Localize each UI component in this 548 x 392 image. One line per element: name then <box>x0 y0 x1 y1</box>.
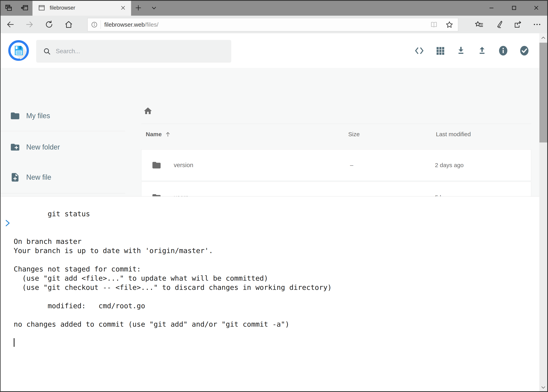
terminal-command-line: git status <box>14 200 539 228</box>
terminal-output-line: On branch master <box>14 237 539 246</box>
terminal-output-line: Your branch is up to date with 'origin/m… <box>14 246 539 255</box>
file-row-version[interactable]: version – 2 days ago <box>141 149 531 181</box>
terminal-output-line: no changes added to commit (use "git add… <box>14 320 539 329</box>
url-field[interactable]: filebrowser.web/files/ <box>87 18 458 31</box>
sort-ascending-icon <box>165 131 171 138</box>
folder-icon <box>10 111 20 121</box>
tab-bar: filebrowser <box>0 0 548 16</box>
sidebar-item-label: New folder <box>26 143 60 151</box>
ellipsis-icon <box>533 20 541 29</box>
terminal-output-line <box>14 255 539 264</box>
set-tabs-aside-button[interactable] <box>18 0 31 16</box>
set-tabs-aside-icon <box>20 4 29 12</box>
back-button[interactable] <box>3 16 18 33</box>
sidebar-item-my-files[interactable]: My files <box>0 105 126 127</box>
terminal-output-line: (use "git add <file>..." to update what … <box>14 273 539 283</box>
upload-button[interactable] <box>472 33 492 68</box>
listing-header: Name Size Last modified <box>141 131 531 143</box>
sidebar-item-new-file[interactable]: New file <box>0 167 126 188</box>
terminal-output-line <box>14 310 539 320</box>
grid-view-button[interactable] <box>431 33 450 68</box>
close-tab-icon[interactable] <box>120 5 126 11</box>
terminal-command: git status <box>48 210 90 218</box>
column-header-size[interactable]: Size <box>348 131 360 138</box>
share-button[interactable] <box>510 16 525 33</box>
info-button[interactable] <box>493 33 513 68</box>
hub-star-list-icon <box>475 20 484 29</box>
prompt-chevron-icon <box>5 201 48 245</box>
reading-view-icon <box>430 21 438 29</box>
tab-preview-button[interactable] <box>2 0 15 16</box>
search-input[interactable] <box>55 48 231 55</box>
file-size: – <box>350 162 353 168</box>
sidebar-divider <box>0 131 125 131</box>
more-options-button[interactable] <box>529 16 545 33</box>
info-icon <box>498 45 508 56</box>
sidebar-item-new-folder[interactable]: New folder <box>0 136 126 158</box>
terminal-output-line: (use "git checkout -- <file>..." to disc… <box>14 283 539 292</box>
app-header <box>0 33 539 68</box>
home-button[interactable] <box>61 16 76 33</box>
terminal-panel[interactable]: git status On branch master Your branch … <box>0 196 539 392</box>
maximize-button[interactable] <box>506 0 522 16</box>
new-file-icon <box>10 172 20 182</box>
grid-view-icon <box>435 46 445 56</box>
address-bar: filebrowser.web/files/ <box>0 16 548 34</box>
terminal-output-line: Changes not staged for commit: <box>14 264 539 273</box>
search-icon <box>43 47 51 55</box>
listing-divider <box>141 124 531 124</box>
url-host: filebrowser.web <box>104 21 145 28</box>
page-favicon-icon <box>38 4 45 12</box>
annotate-button[interactable] <box>491 16 506 33</box>
sidebar-item-label: New file <box>26 173 51 182</box>
select-multiple-button[interactable] <box>514 33 534 68</box>
scroll-down-button[interactable] <box>539 383 547 392</box>
code-view-icon <box>414 46 424 56</box>
chevron-up-icon <box>540 35 546 41</box>
file-name: version <box>174 162 193 169</box>
plus-icon <box>134 4 142 12</box>
chevron-down-icon <box>150 4 158 12</box>
scrollbar-thumb[interactable] <box>539 43 547 142</box>
raw-view-button[interactable] <box>409 33 429 68</box>
close-window-button[interactable] <box>528 0 544 16</box>
minimize-button[interactable] <box>484 0 499 16</box>
url-separator <box>101 20 101 29</box>
file-modified: 2 days ago <box>435 162 464 168</box>
column-header-name[interactable]: Name <box>146 131 171 138</box>
download-icon <box>456 46 466 56</box>
add-favorite-star-icon[interactable] <box>445 20 454 29</box>
sidebar-divider <box>0 193 125 193</box>
download-button[interactable] <box>451 33 471 68</box>
page-scrollbar[interactable] <box>539 33 547 392</box>
refresh-button[interactable] <box>42 16 57 33</box>
url-text: filebrowser.web/files/ <box>104 21 430 28</box>
upload-icon <box>477 46 487 56</box>
tab-preview-icon <box>4 4 13 12</box>
sidebar-item-label: My files <box>26 112 50 120</box>
column-header-modified[interactable]: Last modified <box>436 131 471 138</box>
terminal-output-line: modified: cmd/root.go <box>14 301 539 310</box>
search-box[interactable] <box>36 40 231 63</box>
favorites-hub-button[interactable] <box>472 16 487 33</box>
new-tab-button[interactable] <box>132 0 144 16</box>
filebrowser-logo[interactable] <box>8 40 29 61</box>
breadcrumb-home-icon[interactable] <box>143 106 153 116</box>
chevron-down-icon <box>540 384 546 390</box>
check-circle-icon <box>519 45 530 56</box>
pen-icon <box>494 20 503 29</box>
terminal-input-line[interactable] <box>14 338 539 347</box>
terminal-cursor <box>14 338 14 347</box>
tab-list-dropdown-button[interactable] <box>148 0 160 16</box>
browser-tab[interactable]: filebrowser <box>33 0 131 16</box>
terminal-output-line <box>14 292 539 301</box>
site-info-icon[interactable] <box>91 21 98 28</box>
page-viewport: My files New folder New file Sett <box>0 33 548 392</box>
browser-window: filebrowser <box>0 0 548 392</box>
share-icon <box>513 20 522 29</box>
url-path: /files/ <box>145 21 159 28</box>
forward-button[interactable] <box>22 16 37 33</box>
folder-icon <box>152 160 161 170</box>
new-folder-icon <box>10 142 20 152</box>
scroll-up-button[interactable] <box>539 33 547 43</box>
